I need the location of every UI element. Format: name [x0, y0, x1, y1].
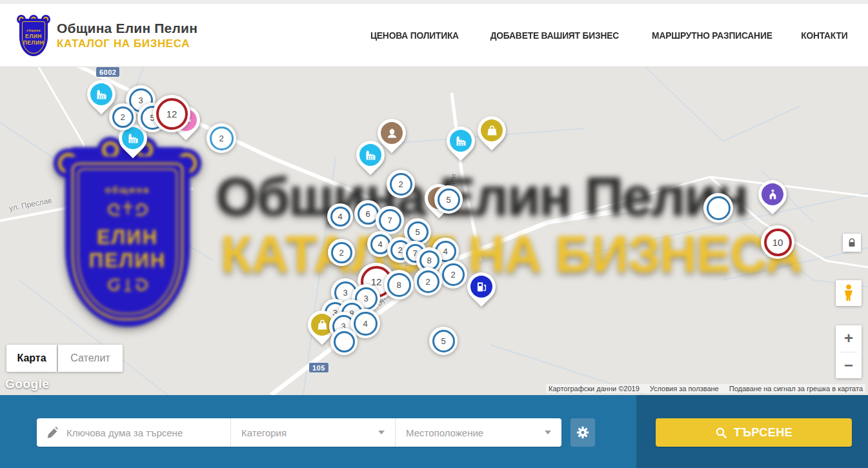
nav-item-add-business[interactable]: ДОБАВЕТЕ ВАШИЯТ БИЗНЕС: [490, 30, 619, 41]
map-pin-factory[interactable]: [356, 141, 386, 178]
cluster-count: 2: [210, 127, 234, 150]
advanced-search-button[interactable]: [570, 418, 595, 447]
municipality-emblem-icon: община ЕЛИН ПЕЛИН: [18, 15, 49, 56]
lock-icon: [848, 238, 856, 247]
emblem-flourish-icon: [92, 198, 163, 222]
map-cluster-marker[interactable]: 2: [207, 123, 236, 153]
cluster-count: 2: [442, 263, 465, 286]
watermark-emblem: община ЕЛИН ПЕЛИН: [55, 138, 200, 329]
cluster-count: 2: [390, 173, 412, 196]
cluster-count: [707, 196, 731, 220]
map-type-map-button[interactable]: Карта: [6, 345, 57, 372]
map-pin-factory[interactable]: [447, 127, 476, 164]
google-logo: Google: [5, 377, 49, 391]
map-cluster-marker[interactable]: 5: [429, 327, 458, 355]
map-pin-bag[interactable]: [478, 116, 507, 154]
zoom-control: + −: [836, 325, 862, 378]
watermark-subtitle: КАТАЛОГ НА БИЗНЕСА: [221, 225, 802, 284]
bag-icon: [481, 119, 503, 141]
keyword-search-input[interactable]: [66, 427, 220, 438]
site-logo[interactable]: община ЕЛИН ПЕЛИН Община Елин Пелин КАТА…: [18, 15, 197, 56]
map-canvas[interactable]: 6002105 ул. Преславбул. „Новоселции 3251…: [0, 67, 868, 395]
site-title: Община Елин Пелин: [57, 21, 197, 36]
chevron-down-icon: [545, 431, 551, 434]
map-cluster-marker[interactable]: [703, 193, 733, 223]
factory-icon: [122, 127, 144, 149]
chevron-down-icon: [378, 431, 385, 434]
church-icon: [762, 183, 783, 205]
cluster-count: 8: [387, 273, 411, 297]
main-nav: ЦЕНОВА ПОЛИТИКА ДОБАВЕТЕ ВАШИЯТ БИЗНЕС М…: [367, 30, 850, 41]
map-pin-church[interactable]: [758, 180, 788, 218]
pegman-button[interactable]: [836, 280, 862, 306]
emblem-flourish-icon: [92, 275, 163, 297]
map-attribution: Картографски данни ©2019 Условия за полз…: [546, 384, 865, 393]
lock-button[interactable]: [843, 234, 861, 252]
search-icon: [715, 427, 727, 439]
cluster-count: 5: [432, 330, 455, 352]
cluster-count: 2: [331, 242, 352, 263]
terms-link[interactable]: Условия за ползване: [650, 385, 719, 392]
map-cluster-marker[interactable]: 7: [376, 206, 404, 234]
pencil-icon: [47, 427, 59, 438]
factory-icon: [359, 144, 381, 166]
cluster-count: 4: [330, 207, 350, 227]
map-cluster-marker[interactable]: 2: [387, 170, 415, 198]
cluster-count: 5: [407, 221, 429, 243]
nav-item-contacts[interactable]: КОНТАКТИ: [802, 30, 848, 41]
factory-icon: [450, 130, 472, 152]
search-bar: Категория Местоположение ТЪРСЕНЕ: [0, 395, 868, 468]
map-cluster-marker[interactable]: 5: [434, 185, 463, 214]
map-type-controls: Карта Сателит: [6, 345, 123, 372]
map-cluster-marker[interactable]: [330, 328, 358, 355]
map-cluster-marker[interactable]: 2: [439, 260, 467, 289]
map-cluster-marker[interactable]: 8: [384, 270, 414, 300]
search-submit-button[interactable]: ТЪРСЕНЕ: [656, 418, 852, 447]
map-cluster-marker[interactable]: 2: [414, 267, 442, 296]
cluster-count: 10: [764, 229, 792, 256]
map-pin-factory[interactable]: [87, 80, 117, 117]
cluster-count: 5: [438, 188, 460, 211]
factory-icon: [90, 83, 112, 105]
map-type-satellite-button[interactable]: Сателит: [58, 345, 123, 372]
map-data-notice: Картографски данни ©2019: [549, 385, 640, 392]
site-subtitle: КАТАЛОГ НА БИЗНЕСА: [57, 37, 197, 50]
pegman-icon: [842, 284, 855, 302]
location-select[interactable]: Местоположение: [395, 418, 561, 447]
cluster-count: 4: [354, 312, 378, 336]
cluster-count: 7: [379, 209, 401, 232]
map-cluster-marker[interactable]: 4: [327, 203, 353, 229]
category-select[interactable]: Категория: [230, 418, 395, 447]
zoom-in-button[interactable]: +: [836, 325, 862, 352]
cluster-count: 12: [156, 98, 188, 130]
report-error-link[interactable]: Подаване на сигнал за грешка в картата: [729, 385, 863, 392]
cluster-count: [334, 331, 355, 352]
map-pin-fuel[interactable]: [467, 272, 497, 310]
nav-item-pricing[interactable]: ЦЕНОВА ПОЛИТИКА: [370, 30, 459, 41]
fuel-icon: [470, 276, 492, 298]
cluster-count: 2: [417, 270, 439, 293]
gear-icon: [576, 425, 590, 440]
watermark-title: Община Елин Пелин: [216, 165, 747, 228]
zoom-out-button[interactable]: −: [836, 352, 862, 379]
map-cluster-marker[interactable]: 10: [761, 225, 794, 259]
nav-item-schedule[interactable]: МАРШРУТНО РАЗПИСАНИЕ: [652, 30, 772, 41]
search-pill: Категория Местоположение: [37, 418, 561, 447]
map-cluster-marker[interactable]: 2: [328, 239, 355, 266]
map-cluster-marker[interactable]: 12: [153, 95, 190, 132]
header: община ЕЛИН ПЕЛИН Община Елин Пелин КАТА…: [0, 4, 868, 67]
